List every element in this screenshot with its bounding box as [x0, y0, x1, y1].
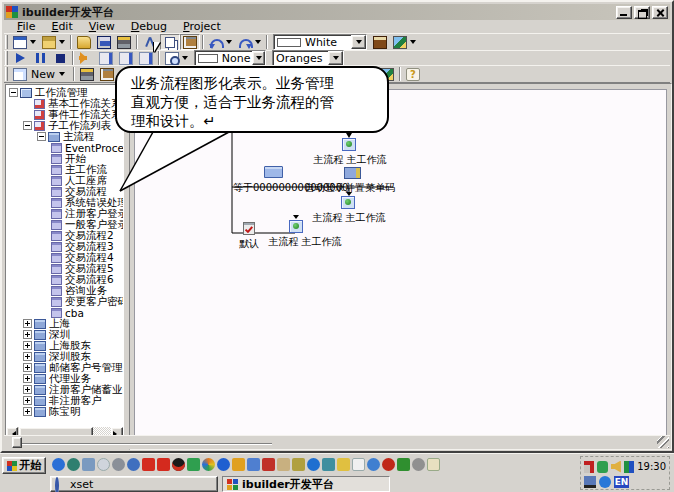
- language-indicator[interactable]: EN: [614, 476, 629, 488]
- magnifier-icon[interactable]: [412, 458, 425, 471]
- tray-device-icon[interactable]: [584, 461, 594, 473]
- keys-icon[interactable]: [292, 458, 305, 471]
- condition-folder-icon[interactable]: [264, 166, 283, 178]
- start-button[interactable]: 开始: [2, 457, 46, 474]
- tray-app-icon[interactable]: [599, 476, 611, 488]
- help-circle-icon[interactable]: [217, 458, 230, 471]
- ie-browser-icon[interactable]: [52, 458, 65, 471]
- taskbutton-ibuilder[interactable]: ibuilder开发平台: [222, 476, 390, 492]
- undo-button[interactable]: [206, 34, 226, 50]
- default-clipboard-icon[interactable]: [243, 222, 255, 235]
- line-color-dropdown-button[interactable]: [252, 51, 265, 65]
- monitor-globe-icon[interactable]: [82, 458, 95, 471]
- paste-object-button[interactable]: [97, 66, 117, 82]
- step-into-button[interactable]: [96, 50, 116, 66]
- picture-frame-icon[interactable]: [427, 458, 440, 471]
- stop-button[interactable]: [50, 50, 70, 66]
- help-button[interactable]: [403, 66, 423, 82]
- tree-item[interactable]: 陈宝明: [6, 406, 81, 417]
- tree-item[interactable]: 主流程: [6, 131, 95, 142]
- workflow-node-icon[interactable]: [341, 196, 355, 209]
- expand-toggle-icon[interactable]: [23, 363, 32, 372]
- workflow-canvas[interactable]: [134, 89, 667, 443]
- print-object-button[interactable]: [77, 66, 97, 82]
- close-button[interactable]: [652, 6, 668, 19]
- volume-speaker-icon[interactable]: [611, 461, 621, 473]
- tray-recycle-icon[interactable]: [597, 461, 607, 473]
- menu-debug[interactable]: Debug: [124, 20, 174, 33]
- tree-item[interactable]: cba: [6, 307, 84, 318]
- folder-search-icon[interactable]: [232, 458, 245, 471]
- continue-button[interactable]: [76, 50, 96, 66]
- collapse-toggle-icon[interactable]: [37, 132, 46, 141]
- expand-toggle-icon[interactable]: [23, 319, 32, 328]
- expand-toggle-icon[interactable]: [23, 330, 32, 339]
- green-dice-icon[interactable]: [397, 458, 410, 471]
- compass-icon[interactable]: [127, 458, 140, 471]
- notes-icon[interactable]: [352, 458, 365, 471]
- expand-toggle-icon[interactable]: [23, 385, 32, 394]
- toolbar-grabber[interactable]: [5, 35, 8, 49]
- earth-icon[interactable]: [367, 458, 380, 471]
- collapse-toggle-icon[interactable]: [9, 88, 18, 97]
- copy-button[interactable]: [160, 34, 180, 50]
- taskbutton-xset[interactable]: xset: [50, 476, 218, 492]
- print-button[interactable]: [114, 34, 134, 50]
- step-over-button[interactable]: [116, 50, 136, 66]
- redo-button[interactable]: [235, 34, 255, 50]
- tray-flag-icon[interactable]: [624, 461, 634, 473]
- expand-toggle-icon[interactable]: [23, 374, 32, 383]
- toolbar-grabber[interactable]: [5, 67, 8, 81]
- new-object-button[interactable]: New: [10, 66, 71, 83]
- green-monitor-icon[interactable]: [187, 458, 200, 471]
- redo-dropdown-icon[interactable]: [255, 40, 261, 44]
- undo-dropdown-icon[interactable]: [226, 40, 232, 44]
- status-slider-thumb[interactable]: [12, 437, 22, 448]
- toolbar-grabber[interactable]: [5, 51, 8, 65]
- expand-toggle-icon[interactable]: [23, 352, 32, 361]
- save-button[interactable]: [94, 34, 114, 50]
- collapse-toggle-icon[interactable]: [23, 121, 32, 130]
- new-form-button[interactable]: [10, 34, 30, 50]
- minimize-button[interactable]: [616, 6, 632, 19]
- document-icon[interactable]: [247, 458, 260, 471]
- new-project-dropdown-icon[interactable]: [59, 40, 65, 44]
- tree-item[interactable]: 子工作流列表: [6, 120, 111, 131]
- expand-toggle-icon[interactable]: [23, 341, 32, 350]
- menu-view[interactable]: View: [82, 20, 122, 33]
- red-notebook-icon[interactable]: [262, 458, 275, 471]
- cd-icon[interactable]: [97, 458, 110, 471]
- open-button[interactable]: [74, 34, 94, 50]
- clock-icon[interactable]: [277, 458, 290, 471]
- paint-button[interactable]: [370, 34, 390, 50]
- fill-color-dropdown-button[interactable]: [351, 35, 366, 49]
- workflow-node-icon[interactable]: [289, 220, 303, 233]
- globe-icon[interactable]: [67, 458, 80, 471]
- card-monitor-icon[interactable]: [322, 458, 335, 471]
- info-icon[interactable]: [307, 458, 320, 471]
- workflow-node-icon[interactable]: [342, 138, 356, 151]
- fill-color-combobox[interactable]: White: [273, 34, 367, 50]
- palette-combobox[interactable]: Oranges: [272, 50, 344, 66]
- network-globe-icon[interactable]: [112, 458, 125, 471]
- menu-file[interactable]: File: [10, 20, 42, 33]
- new-project-button[interactable]: [39, 34, 59, 50]
- palette-dropdown-button[interactable]: [328, 51, 343, 65]
- tree-item[interactable]: 变更客户密码: [6, 296, 124, 307]
- new-form-dropdown-icon[interactable]: [30, 40, 36, 44]
- zoom-view-button[interactable]: [162, 50, 182, 66]
- color-swirl-icon[interactable]: [202, 458, 215, 471]
- tray-monitor-icon[interactable]: [584, 476, 596, 488]
- run-button[interactable]: [10, 50, 30, 66]
- step-out-button[interactable]: [136, 50, 156, 66]
- qq-penguin-icon[interactable]: [172, 458, 185, 471]
- menu-edit[interactable]: Edit: [44, 20, 79, 33]
- expand-toggle-icon[interactable]: [23, 407, 32, 416]
- pause-button[interactable]: [30, 50, 50, 66]
- expand-toggle-icon[interactable]: [23, 396, 32, 405]
- media-app-icon[interactable]: [142, 458, 155, 471]
- menu-project[interactable]: Project: [176, 20, 228, 33]
- media-app2-icon[interactable]: [157, 458, 170, 471]
- image-tool-dropdown-icon[interactable]: [410, 40, 416, 44]
- zoom-view-dropdown-icon[interactable]: [182, 56, 188, 60]
